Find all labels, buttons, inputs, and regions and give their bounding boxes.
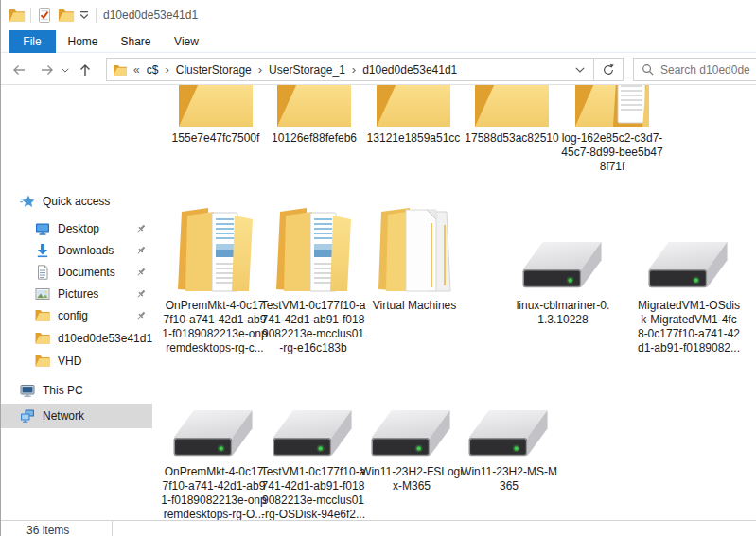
pin-icon (135, 245, 147, 256)
folder-icon (35, 354, 50, 367)
sidebar-label: VHD (58, 354, 81, 368)
properties-check-icon[interactable] (37, 8, 52, 23)
pin-icon (135, 310, 147, 321)
file-label: TestVM1-0c177f10-a 741-42d1-ab91-f018 90… (261, 465, 366, 520)
hard-drive-icon (270, 408, 357, 461)
sidebar-item-downloads[interactable]: Downloads (1, 239, 152, 261)
breadcrumb-separator: › (256, 62, 264, 77)
file-explorer-window: d10ed0de53e41d1 File Home Share View « c… (0, 0, 756, 536)
sidebar-item-d10ed0de53e41d1[interactable]: d10ed0de53e41d1 (1, 327, 152, 349)
search-input[interactable] (654, 63, 756, 77)
sidebar-item-network[interactable]: Network (1, 404, 152, 428)
file-item-13121e1859a51cc[interactable]: 13121e1859a51cc (360, 85, 466, 146)
file-item-migratedvm1-vhd[interactable]: MigratedVM1-OSdis k-MigratedVM1-4fc 8-0c… (634, 202, 744, 355)
titlebar: d10ed0de53e41d1 (1, 0, 756, 30)
folder-icon (374, 85, 453, 130)
folder-icon (176, 85, 255, 130)
refresh-button[interactable] (594, 58, 623, 81)
folder-icon (35, 309, 50, 321)
sidebar-label: Network (43, 409, 84, 423)
folder-icon (274, 85, 354, 130)
back-button[interactable] (10, 61, 27, 78)
folder-with-document-icon (572, 85, 652, 130)
hard-drive-icon (466, 408, 553, 461)
sidebar-label: Quick access (43, 195, 110, 208)
file-label: Virtual Machines (373, 299, 457, 313)
tab-view[interactable]: View (162, 30, 211, 53)
sidebar-item-this-pc[interactable]: This PC (1, 378, 152, 403)
breadcrumb-separator: › (350, 62, 358, 77)
pictures-icon (35, 286, 50, 302)
file-label: Win11-23H2-MS-M 365 (461, 465, 557, 493)
file-label: OnPremMkt-4-0c17 7f10-a741-42d1-ab9 1-f0… (161, 465, 266, 520)
file-item-17588d53ac82510[interactable]: 17588d53ac82510 (459, 85, 565, 146)
file-item-log-folder[interactable]: log-162e85c2-c3d7- 45c7-8d99-bee5b47 8f7… (559, 85, 665, 174)
item-count: 36 items (26, 521, 69, 536)
address-dropdown-button[interactable] (567, 67, 593, 73)
file-label: 13121e1859a51cc (367, 131, 461, 146)
file-label: 155e7e47fc7500f (172, 131, 260, 146)
file-item-onpremmkt-osdisk-vhd[interactable]: OnPremMkt-4-0c17 7f10-a741-42d1-ab9 1-f0… (159, 408, 269, 520)
chevron-down-icon (62, 68, 69, 73)
file-label: log-162e85c2-c3d7- 45c7-8d99-bee5b47 8f7… (561, 131, 662, 174)
ribbon-tab-bar: File Home Share View (1, 30, 756, 53)
computer-icon (20, 383, 35, 398)
search-box[interactable] (633, 58, 756, 81)
file-item-virtual-machines[interactable]: Virtual Machines (360, 202, 469, 313)
file-item-testvm1-folder[interactable]: TestVM1-0c177f10-a 741-42d1-ab91-f018 90… (258, 202, 368, 355)
recent-locations-button[interactable] (60, 61, 71, 78)
file-item-10126ef88fefeb6[interactable]: 10126ef88fefeb6 (261, 85, 367, 146)
address-bar[interactable]: « c$ › ClusterStorage › UserStorage_1 › … (106, 58, 624, 81)
hard-drive-icon (170, 408, 257, 461)
sidebar-item-quick-access[interactable]: Quick access (1, 189, 152, 214)
breadcrumb-c$[interactable]: c$ (142, 63, 164, 77)
sidebar-item-config[interactable]: config (1, 304, 152, 326)
file-label: MigratedVM1-OSdis k-MigratedVM1-4fc 8-0c… (638, 299, 740, 355)
customize-quick-access-dropdown-icon[interactable] (79, 10, 89, 20)
sidebar-label: This PC (43, 384, 83, 397)
new-folder-icon[interactable] (58, 9, 75, 22)
arrow-up-icon (78, 62, 93, 78)
up-button[interactable] (77, 61, 94, 78)
hard-drive-icon (368, 408, 455, 461)
folder-with-pages-icon (374, 206, 455, 293)
magnifier-icon (642, 63, 654, 76)
status-divider (112, 521, 113, 536)
forward-button[interactable] (39, 61, 56, 78)
breadcrumb-userstorage[interactable]: UserStorage_1 (264, 63, 350, 77)
downloads-icon (35, 243, 50, 258)
file-item-win11-fslogix-vhd[interactable]: Win11-23H2-FSLogi x-M365 (357, 408, 466, 493)
tab-home[interactable]: Home (56, 30, 110, 53)
pin-icon (135, 288, 147, 300)
navigation-pane: Quick access Desktop Downloads Documents… (1, 85, 152, 520)
sidebar-label: config (58, 309, 88, 322)
status-bar: 36 items (1, 520, 756, 536)
window-title: d10ed0de53e41d1 (103, 0, 198, 30)
titlebar-separator (96, 8, 97, 23)
file-item-testvm1-osdisk-vhd[interactable]: TestVM1-0c177f10-a 741-42d1-ab91-f018 90… (258, 408, 368, 520)
desktop-icon (35, 221, 50, 236)
full-folder-icon (273, 206, 354, 293)
folder-icon (472, 85, 552, 130)
sidebar-item-vhd[interactable]: VHD (1, 350, 152, 372)
pin-icon (135, 267, 147, 278)
file-item-win11-ms-vhd[interactable]: Win11-23H2-MS-M 365 (454, 408, 564, 493)
file-item-155e7e47fc7500f[interactable]: 155e7e47fc7500f (163, 85, 269, 146)
sidebar-label: Pictures (58, 287, 98, 301)
breadcrumb-current-folder[interactable]: d10ed0de53e41d1 (358, 63, 462, 77)
file-item-linux-cblmariner-vhd[interactable]: linux-cblmariner-0. 1.3.10228 (508, 202, 618, 327)
breadcrumb-separator: › (163, 62, 170, 77)
document-icon (35, 265, 50, 280)
sidebar-item-documents[interactable]: Documents (1, 261, 152, 283)
sidebar-item-pictures[interactable]: Pictures (1, 283, 152, 304)
hard-drive-icon (645, 240, 732, 293)
breadcrumb-clusterstorage[interactable]: ClusterStorage (171, 63, 256, 77)
file-label: OnPremMkt-4-0c17 7f10-a741-42d1-ab9 1-f0… (162, 299, 267, 355)
breadcrumb-overflow[interactable]: « (128, 63, 142, 77)
tab-share[interactable]: Share (110, 30, 162, 53)
file-label: TestVM1-0c177f10-a 741-42d1-ab91-f018 90… (261, 299, 366, 355)
tab-file[interactable]: File (9, 30, 56, 53)
sidebar-label: d10ed0de53e41d1 (58, 332, 152, 345)
sidebar-item-desktop[interactable]: Desktop (1, 217, 152, 239)
file-item-onpremmkt-folder[interactable]: OnPremMkt-4-0c17 7f10-a741-42d1-ab9 1-f0… (160, 202, 270, 355)
